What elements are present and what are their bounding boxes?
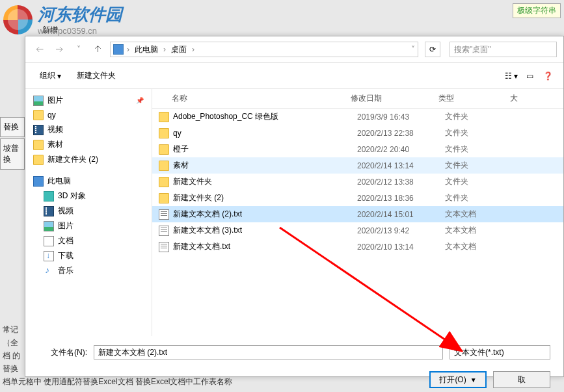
video-icon (33, 125, 44, 135)
file-row[interactable]: 新建文件夹 (2) 2020/2/13 18:36 文件夹 (152, 190, 563, 206)
txt-icon (159, 209, 169, 220)
bg-top-right: 极级字符串 (513, 3, 561, 18)
file-type: 文件夹 (445, 192, 517, 203)
sidebar-item-label: 新建文件夹 (2) (47, 154, 98, 165)
file-name: 新建文件夹 (2) (173, 192, 357, 203)
sidebar-item-label: 文档 (58, 235, 74, 246)
chevron-right-icon[interactable]: › (192, 45, 195, 54)
search-input[interactable]: 搜索"桌面" (450, 42, 557, 57)
picture-icon (44, 221, 54, 231)
sidebar-item-pictures[interactable]: 图片 📌 (25, 93, 152, 108)
sidebar-item-label: 素材 (47, 139, 63, 150)
filetype-filter[interactable]: 文本文件(*.txt) (450, 345, 550, 359)
file-date: 2020/2/14 15:01 (357, 210, 445, 219)
folder-icon (159, 112, 169, 122)
pin-icon: 📌 (136, 97, 144, 104)
breadcrumb-item-pc[interactable]: 此电脑 (133, 44, 160, 55)
txt-icon (159, 242, 169, 252)
file-name: Adobe_Photoshop_CC 绿色版 (173, 111, 357, 122)
main-area: 图片 📌 qy 视频 素材 新建文件夹 (2) 此电脑 (25, 89, 563, 336)
file-row[interactable]: 素材 2020/2/14 13:14 文件夹 (152, 157, 563, 174)
filename-input[interactable] (94, 345, 443, 359)
file-row[interactable]: Adobe_Photoshop_CC 绿色版 2019/3/9 16:43 文件… (152, 109, 563, 125)
sidebar-item-label: qy (47, 111, 56, 120)
bg-btn-replace[interactable]: 替换 (0, 117, 25, 137)
file-open-dialog: 🡠 🡢 ˅ 🡡 › 此电脑 › 桌面 › ˅ ⟳ 搜索"桌面" 组织 ▾ 新建文… (25, 36, 564, 377)
column-header-date[interactable]: 修改日期 (351, 93, 438, 104)
folder-icon (159, 161, 169, 171)
sidebar-item-material[interactable]: 素材 (25, 137, 152, 152)
file-row[interactable]: qy 2020/2/13 22:38 文件夹 (152, 125, 563, 141)
file-type: 文本文档 (445, 241, 517, 252)
sidebar-item-label: 下载 (58, 250, 74, 261)
file-row[interactable]: 新建文本文档.txt 2020/2/10 13:14 文本文档 (152, 239, 563, 255)
file-name: 新建文本文档.txt (173, 241, 357, 252)
file-type: 文件夹 (445, 176, 517, 187)
forward-button: 🡢 (51, 42, 67, 57)
folder-icon (159, 128, 169, 138)
filter-value: 文本文件(*.txt) (454, 347, 504, 358)
watermark: 河东软件园 www.pc0359.cn (3, 3, 122, 36)
sidebar-item-video2[interactable]: 视频 (25, 203, 152, 218)
watermark-title: 河东软件园 (38, 3, 122, 26)
file-date: 2020/2/12 13:38 (357, 177, 445, 187)
breadcrumb-item-desktop[interactable]: 桌面 (169, 44, 189, 55)
column-header-size[interactable]: 大 (510, 93, 543, 104)
preview-pane-button[interactable]: ▭ (522, 70, 537, 83)
file-type: 文件夹 (445, 127, 517, 138)
file-name: 新建文本文档 (3).txt (173, 225, 357, 236)
watermark-logo (3, 5, 33, 34)
bg-btn-replace2[interactable]: 坡普换 (0, 138, 25, 170)
sidebar-item-thispc[interactable]: 此电脑 (25, 174, 152, 189)
bg-left-panel: 替换 坡普换 (0, 117, 25, 171)
file-row[interactable]: 新建文件夹 2020/2/12 13:38 文件夹 (152, 174, 563, 190)
cancel-button[interactable]: 取 (493, 371, 550, 388)
file-date: 2020/2/13 22:38 (357, 129, 445, 138)
dropdown-icon[interactable]: ˅ (411, 45, 415, 54)
3d-icon (44, 191, 54, 202)
back-button[interactable]: 🡠 (32, 42, 47, 57)
recent-dropdown[interactable]: ˅ (71, 42, 87, 57)
file-row[interactable]: 新建文本文档 (3).txt 2020/2/13 9:42 文本文档 (152, 222, 563, 239)
file-row[interactable]: 新建文本文档 (2).txt 2020/2/14 15:01 文本文档 (152, 206, 563, 222)
column-header-name[interactable]: 名称 (152, 93, 351, 104)
sidebar-item-3d[interactable]: 3D 对象 (25, 189, 152, 203)
refresh-button[interactable]: ⟳ (425, 42, 440, 57)
sidebar-item-video[interactable]: 视频 (25, 122, 152, 137)
file-type: 文本文档 (445, 209, 517, 220)
chevron-right-icon[interactable]: › (127, 45, 129, 54)
sidebar-item-label: 此电脑 (47, 176, 71, 187)
file-date: 2020/2/14 13:14 (357, 161, 445, 170)
new-folder-button[interactable]: 新建文件夹 (70, 68, 122, 83)
chevron-right-icon[interactable]: › (163, 45, 166, 54)
folder-icon (159, 193, 169, 203)
sidebar-item-qy[interactable]: qy (25, 108, 152, 122)
video-icon (44, 206, 54, 216)
sidebar-item-label: 图片 (47, 95, 63, 106)
sidebar-item-documents[interactable]: 文档 (25, 233, 152, 248)
open-button[interactable]: 打开(O) ▼ (429, 371, 487, 388)
organize-button[interactable]: 组织 ▾ (33, 68, 68, 83)
sidebar-item-label: 3D 对象 (58, 190, 86, 202)
file-name: 素材 (173, 160, 357, 171)
sidebar-item-pictures2[interactable]: 图片 (25, 218, 152, 233)
up-button[interactable]: 🡡 (90, 42, 106, 57)
file-row[interactable]: 橙子 2020/2/2 20:40 文件夹 (152, 141, 563, 157)
breadcrumb[interactable]: › 此电脑 › 桌面 › ˅ (110, 42, 418, 57)
document-icon (44, 236, 54, 246)
column-header-type[interactable]: 类型 (438, 93, 510, 104)
pc-icon (33, 176, 44, 187)
file-date: 2019/3/9 16:43 (357, 112, 445, 122)
view-options-button[interactable]: ☷ ▾ (504, 70, 519, 83)
sidebar-item-newfolder2[interactable]: 新建文件夹 (2) (25, 152, 152, 167)
txt-icon (159, 226, 169, 236)
folder-icon (159, 144, 169, 155)
address-bar: 🡠 🡢 ˅ 🡡 › 此电脑 › 桌面 › ˅ ⟳ 搜索"桌面" (25, 36, 563, 63)
help-button[interactable]: ❓ (540, 70, 556, 83)
filename-label: 文件名(N): (38, 347, 87, 358)
file-type: 文件夹 (445, 111, 517, 122)
sidebar-item-label: 视频 (58, 205, 74, 216)
sidebar-item-downloads[interactable]: 下载 (25, 248, 152, 263)
sidebar-item-music[interactable]: 音乐 (25, 263, 152, 278)
toolbar: 组织 ▾ 新建文件夹 ☷ ▾ ▭ ❓ (25, 63, 563, 89)
